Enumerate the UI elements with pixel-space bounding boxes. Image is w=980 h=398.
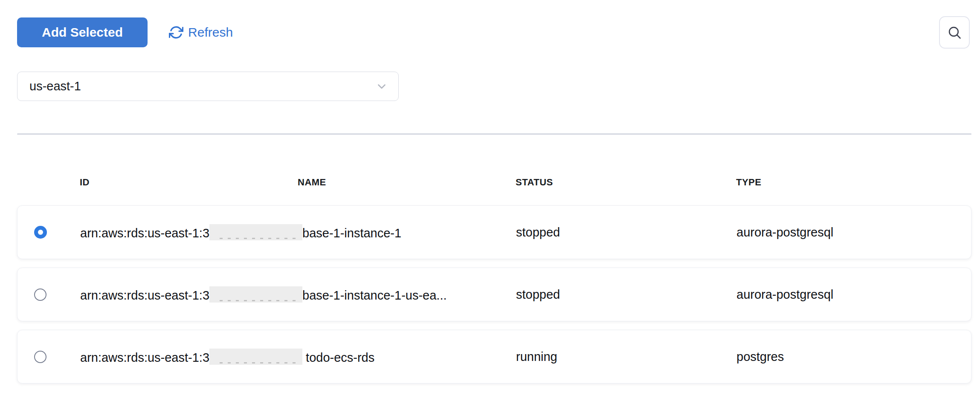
radio-button[interactable]	[34, 288, 46, 301]
id-cell: arn:aws:rds:us-east-1:3 todo-ecs-rds	[80, 349, 516, 365]
column-header-status: STATUS	[516, 177, 736, 188]
radio-cell	[17, 288, 80, 301]
redacted-text	[209, 349, 302, 365]
chevron-down-icon	[375, 80, 388, 93]
redacted-text	[209, 286, 302, 303]
status-cell: stopped	[516, 288, 736, 302]
table-body: arn:aws:rds:us-east-1:3base-1-instance-1…	[17, 205, 971, 384]
table-header: ID NAME STATUS TYPE	[17, 173, 971, 192]
column-header-type: TYPE	[736, 177, 971, 188]
refresh-label: Refresh	[188, 25, 233, 40]
radio-cell	[17, 226, 80, 239]
search-icon	[946, 24, 963, 40]
refresh-icon	[169, 25, 183, 40]
radio-dot	[38, 230, 43, 235]
redacted-text	[209, 224, 302, 240]
type-cell: aurora-postgresql	[736, 288, 971, 302]
id-prefix: arn:aws:rds:us-east-1:3	[80, 288, 209, 302]
id-cell: arn:aws:rds:us-east-1:3base-1-instance-1…	[80, 286, 516, 303]
radio-button-selected[interactable]	[34, 226, 47, 239]
id-prefix: arn:aws:rds:us-east-1:3	[80, 226, 209, 240]
divider	[17, 133, 971, 135]
radio-cell	[17, 351, 80, 363]
column-header-id: ID	[80, 177, 298, 188]
id-suffix: base-1-instance-1	[302, 226, 401, 240]
search-button[interactable]	[939, 16, 970, 49]
refresh-button[interactable]: Refresh	[169, 25, 233, 40]
id-cell: arn:aws:rds:us-east-1:3base-1-instance-1	[80, 224, 516, 240]
add-selected-button[interactable]: Add Selected	[17, 17, 148, 47]
table-row[interactable]: arn:aws:rds:us-east-1:3base-1-instance-1…	[17, 205, 971, 259]
id-prefix: arn:aws:rds:us-east-1:3	[80, 351, 209, 364]
status-cell: stopped	[516, 225, 736, 239]
region-select[interactable]: us-east-1	[17, 72, 399, 101]
id-suffix: base-1-instance-1-us-ea...	[302, 288, 447, 302]
table-row[interactable]: arn:aws:rds:us-east-1:3base-1-instance-1…	[17, 268, 971, 321]
table-row[interactable]: arn:aws:rds:us-east-1:3 todo-ecs-rds run…	[17, 330, 971, 384]
toolbar: Add Selected Refresh	[17, 0, 971, 49]
radio-button[interactable]	[34, 351, 46, 363]
type-cell: postgres	[736, 350, 971, 364]
rds-instance-picker-panel: Add Selected Refresh us-east-1 ID	[0, 0, 980, 398]
type-cell: aurora-postgresql	[736, 225, 971, 239]
region-select-value: us-east-1	[29, 79, 375, 93]
column-header-name: NAME	[298, 177, 516, 188]
id-suffix: todo-ecs-rds	[302, 351, 374, 364]
status-cell: running	[516, 350, 736, 364]
